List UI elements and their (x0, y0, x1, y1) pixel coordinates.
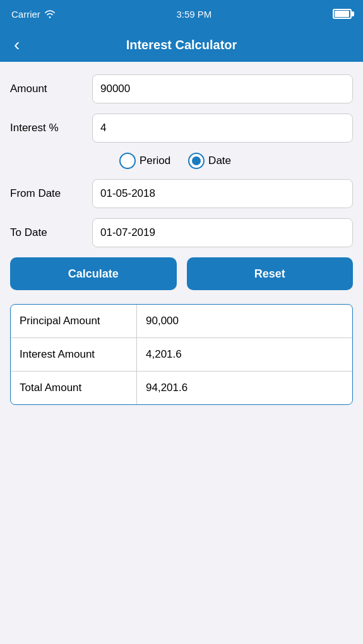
interest-input[interactable] (92, 114, 353, 143)
status-time: 3:59 PM (176, 9, 211, 20)
interest-row: Interest % (10, 114, 353, 143)
results-table: Principal Amount 90,000 Interest Amount … (10, 304, 353, 405)
page-title: Interest Calculator (126, 38, 237, 52)
carrier-wifi: Carrier (11, 9, 56, 20)
wifi-icon (44, 9, 56, 18)
total-amount-value: 94,201.6 (137, 372, 352, 404)
principal-value: 90,000 (137, 305, 352, 337)
amount-label: Amount (10, 83, 92, 95)
to-date-input[interactable] (92, 218, 353, 247)
interest-label: Interest % (10, 122, 92, 134)
from-date-input[interactable] (92, 179, 353, 208)
radio-period-group[interactable]: Period (119, 153, 183, 169)
main-content: Amount Interest % Period Date From Date … (0, 62, 363, 418)
battery-icon (333, 9, 352, 19)
button-row: Calculate Reset (10, 257, 353, 290)
radio-date-button[interactable] (188, 153, 205, 169)
radio-period-button[interactable] (119, 153, 136, 169)
radio-date-label: Date (208, 155, 231, 167)
calculate-button[interactable]: Calculate (10, 257, 177, 290)
radio-row: Period Date (10, 153, 353, 169)
nav-bar: ‹ Interest Calculator (0, 28, 363, 62)
to-date-row: To Date (10, 218, 353, 247)
amount-row: Amount (10, 74, 353, 103)
status-bar: Carrier 3:59 PM (0, 0, 363, 28)
from-date-row: From Date (10, 179, 353, 208)
from-date-label: From Date (10, 187, 92, 200)
carrier-label: Carrier (11, 9, 40, 20)
interest-amount-label: Interest Amount (11, 338, 137, 371)
interest-amount-value: 4,201.6 (137, 338, 352, 371)
table-row: Interest Amount 4,201.6 (11, 338, 352, 372)
radio-period-label: Period (140, 155, 170, 167)
table-row: Total Amount 94,201.6 (11, 372, 352, 404)
table-row: Principal Amount 90,000 (11, 305, 352, 338)
to-date-label: To Date (10, 226, 92, 239)
amount-input[interactable] (92, 74, 353, 103)
total-amount-label: Total Amount (11, 372, 137, 404)
principal-label: Principal Amount (11, 305, 137, 337)
reset-button[interactable]: Reset (187, 257, 354, 290)
radio-date-group[interactable]: Date (188, 153, 244, 169)
back-button[interactable]: ‹ (9, 33, 25, 56)
